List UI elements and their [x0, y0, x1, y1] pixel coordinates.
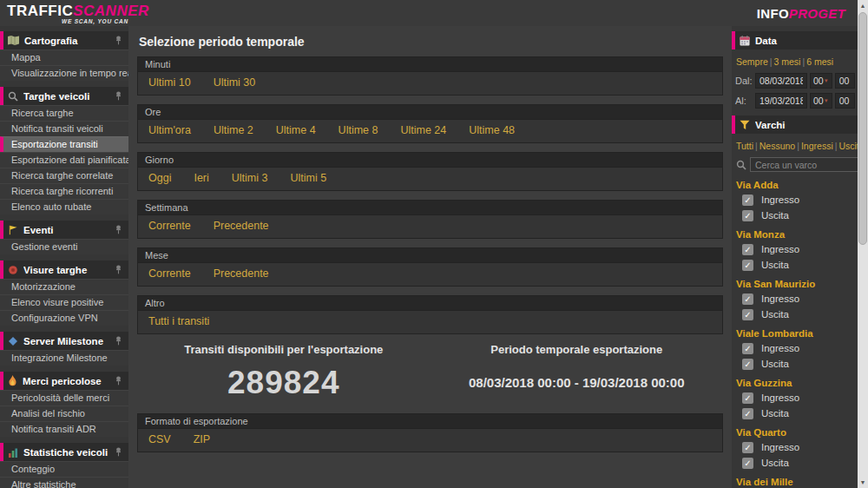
period-link-precedente[interactable]: Precedente — [214, 220, 269, 232]
varchi-quick-link-uscite[interactable]: Uscite — [838, 141, 858, 151]
checkbox-checked[interactable]: ✓ — [742, 309, 753, 320]
varchi-panel-header[interactable]: Varchi — [732, 115, 858, 134]
checkbox-checked[interactable]: ✓ — [742, 359, 753, 370]
panel-ore: OreUltim'oraUltime 2Ultime 4Ultime 8Ulti… — [137, 104, 723, 143]
checkbox-checked[interactable]: ✓ — [742, 210, 753, 221]
panel-body: CSVZIP — [138, 429, 722, 452]
data-quick-link-3-mesi[interactable]: 3 mesi — [774, 56, 801, 67]
period-link-corrente[interactable]: Corrente — [148, 267, 191, 280]
scrollbar-down-icon[interactable]: ▼ — [858, 477, 868, 488]
checkbox-checked[interactable]: ✓ — [742, 260, 753, 271]
data-panel-header[interactable]: Data — [732, 31, 858, 49]
checkbox-checked[interactable]: ✓ — [742, 408, 753, 419]
sidebar-item-pericolosit-delle-merci[interactable]: Pericolosità delle merci — [0, 390, 128, 406]
sidebar-item-integrazione-milestone[interactable]: Integrazione Milestone — [0, 350, 128, 366]
main-content: Selezione periodo temporale MinutiUltimi… — [128, 26, 732, 488]
page-scrollbar[interactable]: ▲ ▼ — [858, 0, 868, 488]
period-link-ultim-ora[interactable]: Ultim'ora — [148, 124, 191, 136]
pin-icon[interactable] — [115, 91, 122, 101]
record-icon — [8, 265, 18, 275]
period-link-ultime-8[interactable]: Ultime 8 — [339, 124, 378, 136]
sidebar-section-targhe-veicoli[interactable]: Targhe veicoli — [0, 87, 128, 105]
pin-icon[interactable] — [115, 36, 122, 45]
brand-traffic: TRAFFIC — [7, 3, 73, 19]
pin-icon[interactable] — [115, 225, 122, 234]
sidebar-item-elenco-visure-positive[interactable]: Elenco visure positive — [0, 294, 128, 310]
scrollbar-up-icon[interactable]: ▲ — [858, 0, 868, 11]
sidebar-section-server-milestone[interactable]: Server Milestone — [0, 332, 128, 350]
checkbox-checked[interactable]: ✓ — [742, 343, 753, 354]
sidebar-item-motorizzazione[interactable]: Motorizzazione — [0, 279, 128, 294]
checkbox-label: Ingresso — [761, 293, 799, 304]
period-link-precedente[interactable]: Precedente — [214, 267, 269, 280]
sidebar-section-eventi[interactable]: Eventi — [0, 221, 128, 239]
varco-entry-row: ✓Ingresso — [742, 194, 854, 206]
panel-formato-di-esportazione: Formato di esportazioneCSVZIP — [137, 413, 723, 452]
sidebar-section-visure-targhe[interactable]: Visure targhe — [0, 260, 128, 279]
sidebar-section-cartografia[interactable]: Cartografia — [0, 31, 128, 49]
checkbox-checked[interactable]: ✓ — [742, 244, 753, 255]
sidebar-section-statistiche-veicoli[interactable]: Statistiche veicoli — [0, 443, 128, 461]
period-link-ultimi-10[interactable]: Ultimi 10 — [148, 76, 191, 89]
hour-to-select[interactable]: 00 ▼ — [810, 93, 832, 109]
checkbox-checked[interactable]: ✓ — [742, 442, 753, 453]
period-link-ultimi-5[interactable]: Ultimi 5 — [290, 172, 326, 184]
period-link-oggi[interactable]: Oggi — [148, 172, 171, 184]
minute-to-input[interactable] — [835, 93, 855, 109]
varchi-quick-link-ingressi[interactable]: Ingressi — [801, 141, 833, 151]
hour-from-select[interactable]: 00 ▼ — [810, 73, 832, 89]
pin-icon[interactable] — [115, 376, 122, 386]
format-link-zip[interactable]: ZIP — [194, 433, 210, 445]
sidebar-item-gestione-eventi[interactable]: Gestione eventi — [0, 239, 128, 254]
separator: | — [802, 56, 805, 67]
period-link-ultime-24[interactable]: Ultime 24 — [400, 124, 446, 136]
date-to-input[interactable] — [755, 93, 807, 109]
sidebar-item-mappa[interactable]: Mappa — [0, 49, 128, 65]
sidebar-section-merci-pericolose[interactable]: Merci pericolose — [0, 372, 128, 390]
varco-search-input[interactable] — [750, 157, 858, 172]
checkbox-checked[interactable]: ✓ — [742, 392, 753, 404]
varco-entry-row: ✓Ingresso — [742, 293, 854, 305]
sidebar-item-ricerca-targhe-correlate[interactable]: Ricerca targhe correlate — [0, 168, 128, 183]
sidebar-item-esportazione-dati-pianificata[interactable]: Esportazione dati pianificata — [0, 152, 128, 168]
minute-from-input[interactable] — [835, 73, 855, 89]
data-quick-link-sempre[interactable]: Sempre — [736, 56, 768, 67]
sidebar-item-conteggio[interactable]: Conteggio — [0, 461, 128, 477]
separator: | — [797, 141, 799, 151]
sidebar-item-notifica-transiti-veicoli[interactable]: Notifica transiti veicoli — [0, 121, 128, 136]
scrollbar-thumb[interactable] — [858, 12, 867, 245]
varchi-quick-link-nessuno[interactable]: Nessuno — [760, 141, 795, 151]
period-link-ultime-48[interactable]: Ultime 48 — [469, 124, 515, 136]
sidebar-item-altre-statistiche[interactable]: Altre statistiche — [0, 477, 128, 488]
period-link-ieri[interactable]: Ieri — [194, 172, 208, 184]
varco-name-via-san-maurizio: Via San Maurizio — [736, 279, 854, 289]
sidebar-item-visualizzazione-in-tempo-reale[interactable]: Visualizzazione in tempo reale — [0, 65, 128, 81]
period-link-corrente[interactable]: Corrente — [148, 220, 191, 232]
pin-icon[interactable] — [115, 265, 122, 274]
pin-icon[interactable] — [115, 336, 122, 346]
sidebar-item-elenco-auto-rubate[interactable]: Elenco auto rubate — [0, 199, 128, 214]
sidebar-item-analisi-del-rischio[interactable]: Analisi del rischio — [0, 406, 128, 421]
sidebar-item-ricerca-targhe-ricorrenti[interactable]: Ricerca targhe ricorrenti — [0, 183, 128, 199]
period-link-ultime-4[interactable]: Ultime 4 — [276, 124, 316, 136]
period-link-ultime-2[interactable]: Ultime 2 — [214, 124, 253, 136]
sidebar-item-esportazione-transiti[interactable]: Esportazione transiti — [0, 136, 128, 152]
search-icon — [736, 160, 746, 170]
period-link-tutti-i-transiti[interactable]: Tutti i transiti — [148, 315, 209, 327]
period-link-ultimi-3[interactable]: Ultimi 3 — [232, 172, 268, 184]
checkbox-checked[interactable]: ✓ — [742, 195, 753, 206]
checkbox-checked[interactable]: ✓ — [742, 293, 753, 305]
period-link-ultimi-30[interactable]: Ultimi 30 — [214, 76, 256, 89]
pin-icon[interactable] — [115, 447, 122, 457]
format-link-csv[interactable]: CSV — [148, 433, 171, 445]
date-from-input[interactable] — [755, 73, 807, 89]
data-quick-link-6-mesi[interactable]: 6 mesi — [806, 56, 833, 67]
sidebar-item-ricerca-targhe[interactable]: Ricerca targhe — [0, 105, 128, 121]
checkbox-label: Ingresso — [761, 195, 799, 205]
panel-body: Ultim'oraUltime 2Ultime 4Ultime 8Ultime … — [138, 120, 722, 142]
checkbox-checked[interactable]: ✓ — [742, 458, 753, 469]
varchi-quick-link-tutti[interactable]: Tutti — [736, 141, 753, 151]
sidebar-section-label: Cartografia — [24, 36, 109, 46]
sidebar-item-notifica-transiti-adr[interactable]: Notifica transiti ADR — [0, 421, 128, 437]
sidebar-item-configurazione-vpn[interactable]: Configurazione VPN — [0, 310, 128, 326]
